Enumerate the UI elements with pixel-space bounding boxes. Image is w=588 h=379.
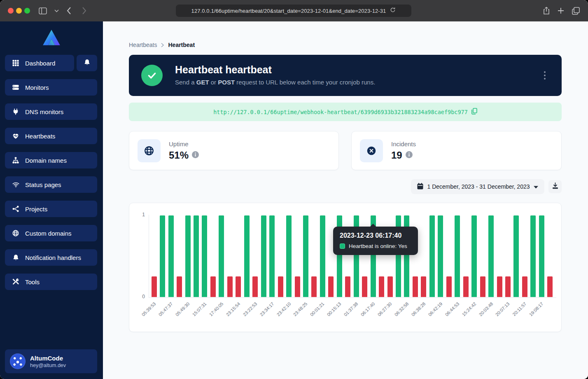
user-card[interactable]: AltumCode hey@altum.dev: [5, 349, 97, 373]
heartbeat-bar-online[interactable]: [286, 215, 292, 297]
heartbeat-bar-online[interactable]: [320, 215, 325, 297]
heartbeat-bar-offline[interactable]: [480, 276, 485, 297]
info-icon[interactable]: [406, 151, 413, 160]
breadcrumb-heartbeats-link[interactable]: Heartbeats: [129, 42, 157, 48]
heartbeat-bar-offline[interactable]: [210, 276, 216, 297]
share-icon[interactable]: [541, 6, 551, 16]
heartbeat-bar-offline[interactable]: [505, 276, 511, 297]
sidebar-item-notification-handlers[interactable]: Notification handlers: [5, 249, 97, 266]
avatar: [10, 353, 26, 369]
user-name: AltumCode: [30, 354, 66, 362]
heartbeat-bar-offline[interactable]: [379, 276, 384, 297]
new-tab-icon[interactable]: [556, 6, 566, 16]
heartbeat-bar-online[interactable]: [160, 215, 165, 297]
forward-icon[interactable]: [79, 6, 89, 16]
heartbeat-bar-online[interactable]: [303, 215, 308, 297]
date-range-picker[interactable]: 1 December, 2023 - 31 December, 2023: [411, 179, 544, 194]
heartbeat-bar-online[interactable]: [261, 215, 266, 297]
browser-toolbar: 127.0.0.1/66uptime/heartbeat/20&start_da…: [0, 0, 588, 21]
circle-x-icon: [360, 139, 383, 162]
export-button[interactable]: [548, 180, 562, 193]
heartbeat-bar-offline[interactable]: [236, 276, 241, 297]
tooltip-timestamp: 2023-12-23 06:17:40: [340, 232, 411, 239]
heartbeat-bar-online[interactable]: [194, 215, 199, 297]
date-range-label: 1 December, 2023 - 31 December, 2023: [427, 183, 530, 190]
heartbeat-bar-online[interactable]: [168, 215, 174, 297]
breadcrumb: Heartbeats Heartbeat: [129, 42, 195, 48]
address-bar[interactable]: 127.0.0.1/66uptime/heartbeat/20&start_da…: [176, 5, 411, 17]
heartbeat-bar-offline[interactable]: [152, 276, 157, 297]
heartbeat-bar-online[interactable]: [455, 215, 460, 297]
sidebar-item-projects[interactable]: Projects: [5, 201, 97, 217]
heartbeat-bar-online[interactable]: [539, 215, 544, 297]
heartbeat-bar-online[interactable]: [244, 215, 250, 297]
heartbeat-bar-offline[interactable]: [362, 276, 367, 297]
sidebar-item-tools[interactable]: Tools: [5, 274, 97, 290]
copy-icon[interactable]: [471, 108, 477, 116]
heartbeat-bar-offline[interactable]: [522, 276, 527, 297]
heartbeat-bar-offline[interactable]: [497, 276, 502, 297]
heartbeat-bar-offline[interactable]: [387, 276, 393, 297]
heartbeat-bar-offline[interactable]: [421, 276, 426, 297]
heartbeat-bar-online[interactable]: [202, 215, 207, 297]
sidebar-item-heartbeats[interactable]: Heartbeats: [5, 128, 97, 144]
chevron-down-icon[interactable]: [51, 6, 61, 16]
breadcrumb-current: Heartbeat: [168, 42, 195, 48]
tooltip-status: Heartbeat is online: Yes: [349, 243, 407, 249]
sidebar-item-label: Heartbeats: [25, 133, 55, 140]
heartbeat-bar-online[interactable]: [438, 215, 443, 297]
zoom-window-button[interactable]: [24, 8, 30, 14]
server-icon: [12, 83, 20, 91]
sidebar-item-label: Dashboard: [25, 60, 55, 67]
sidebar: DashboardMonitorsDNS monitorsHeartbeatsD…: [0, 21, 103, 379]
heartbeat-chart-card: 1 0 05:39:5305:47:3705:49:3015:07:3117:4…: [129, 203, 562, 332]
caret-down-icon: [534, 183, 538, 190]
uptime-card: Uptime 51%: [129, 131, 339, 170]
heartbeat-bar-offline[interactable]: [328, 276, 334, 297]
sidebar-item-domain-names[interactable]: Domain names: [5, 152, 97, 168]
heartbeat-bar-offline[interactable]: [413, 276, 418, 297]
sidebar-item-dashboard[interactable]: Dashboard: [5, 55, 74, 71]
heartbeat-bar-offline[interactable]: [295, 276, 300, 297]
heartbeat-bar-offline[interactable]: [345, 276, 350, 297]
notifications-button[interactable]: [77, 55, 97, 71]
heartbeat-bar-offline[interactable]: [227, 276, 233, 297]
heartbeat-bar-offline[interactable]: [463, 276, 469, 297]
heartbeat-bar-online[interactable]: [530, 215, 536, 297]
heartbeat-bar-online[interactable]: [219, 215, 224, 297]
app-logo[interactable]: [0, 28, 103, 49]
sidebar-item-monitors[interactable]: Monitors: [5, 79, 97, 96]
heartbeat-bar-online[interactable]: [429, 215, 435, 297]
minimize-window-button[interactable]: [16, 8, 22, 14]
plug-icon: [12, 108, 20, 116]
heartbeat-bar-offline[interactable]: [311, 276, 317, 297]
heartbeat-bar-online[interactable]: [488, 215, 494, 297]
sidebar-item-label: Status pages: [25, 181, 61, 188]
globe-icon: [12, 229, 20, 237]
heartbeat-bar-online[interactable]: [185, 215, 191, 297]
webhook-url-bar[interactable]: http://127.0.0.1/66uptime/webhook-heartb…: [129, 103, 562, 121]
back-icon[interactable]: [64, 6, 74, 16]
reload-icon[interactable]: [390, 7, 396, 14]
sidebar-item-custom-domains[interactable]: Custom domains: [5, 225, 97, 241]
heartbeat-bar-offline[interactable]: [278, 276, 283, 297]
heartbeat-bar-offline[interactable]: [547, 276, 553, 297]
info-icon[interactable]: [192, 151, 199, 160]
heartbeat-bar-online[interactable]: [513, 215, 519, 297]
close-window-button[interactable]: [8, 8, 14, 14]
sidebar-item-dns-monitors[interactable]: DNS monitors: [5, 103, 97, 120]
browser-window: 127.0.0.1/66uptime/heartbeat/20&start_da…: [0, 0, 588, 379]
heartbeat-bar-online[interactable]: [269, 215, 275, 297]
tabs-overview-icon[interactable]: [571, 6, 581, 16]
sidebar-item-status-pages[interactable]: Status pages: [5, 176, 97, 193]
heartbeat-bar-offline[interactable]: [177, 276, 182, 297]
webhook-url: http://127.0.0.1/66uptime/webhook-heartb…: [213, 109, 468, 115]
incidents-label: Incidents: [391, 140, 416, 147]
tools-icon: [12, 278, 20, 286]
heartbeat-bar-offline[interactable]: [446, 276, 452, 297]
kebab-menu-icon[interactable]: [541, 68, 548, 83]
heartbeat-bar-online[interactable]: [471, 215, 477, 297]
heartbeat-bar-offline[interactable]: [252, 276, 258, 297]
sidebar-toggle-icon[interactable]: [38, 6, 48, 16]
sidebar-item-label: Notification handlers: [25, 254, 81, 261]
